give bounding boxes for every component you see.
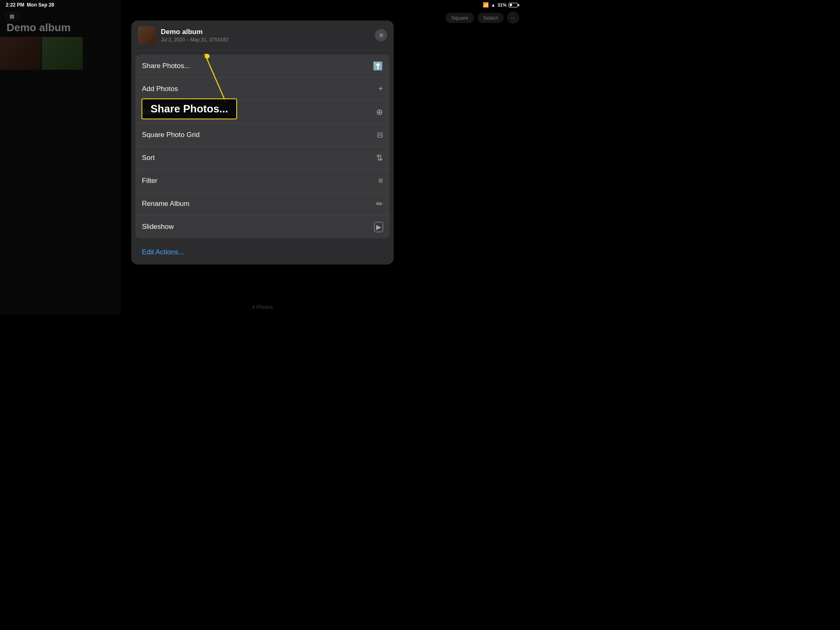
menu-item-share-photos[interactable]: Share Photos... ⬆️ xyxy=(135,55,390,78)
album-thumbnail xyxy=(138,26,156,44)
edit-icon: ✏ xyxy=(376,199,383,209)
battery-percent: 31% xyxy=(498,2,507,7)
menu-item-zoom-in[interactable]: Zoom In ⊕ xyxy=(135,100,390,123)
sheet-header: Demo album Jul 2, 2020 – May 31, 3754183… xyxy=(131,21,394,50)
menu-label-zoom-in: Zoom In xyxy=(142,108,167,116)
menu-item-add-photos[interactable]: Add Photos + xyxy=(135,78,390,100)
menu-label-filter: Filter xyxy=(142,177,158,185)
zoom-in-icon: ⊕ xyxy=(376,107,383,117)
grid-icon: ⊟ xyxy=(377,130,383,139)
signal-icon: ▲ xyxy=(491,2,495,7)
menu-label-sort: Sort xyxy=(142,154,155,162)
filter-icon: ≡ xyxy=(378,176,383,185)
add-icon: + xyxy=(378,84,383,94)
menu-item-rename[interactable]: Rename Album ✏ xyxy=(135,192,390,215)
menu-label-square-grid: Square Photo Grid xyxy=(142,131,200,139)
action-sheet: Demo album Jul 2, 2020 – May 31, 3754183… xyxy=(131,21,394,265)
share-icon: ⬆️ xyxy=(373,61,383,71)
slideshow-icon: ▶ xyxy=(374,222,383,232)
battery-icon xyxy=(509,3,519,7)
menu-label-slideshow: Slideshow xyxy=(142,223,174,231)
menu-list: Share Photos... ⬆️ Add Photos + Zoom In … xyxy=(135,55,390,238)
album-date: Jul 2, 2020 – May 31, 3754183 xyxy=(161,37,228,43)
menu-item-slideshow[interactable]: Slideshow ▶ xyxy=(135,215,390,238)
menu-label-rename: Rename Album xyxy=(142,200,189,208)
menu-label-add-photos: Add Photos xyxy=(142,85,178,93)
status-bar: 2:22 PM Mon Sep 28 📶 ▲ 31% xyxy=(0,0,525,10)
edit-actions-link[interactable]: Edit Actions... xyxy=(131,242,394,265)
wifi-icon: 📶 xyxy=(483,2,489,8)
status-date: Mon Sep 28 xyxy=(27,2,54,8)
menu-item-filter[interactable]: Filter ≡ xyxy=(135,169,390,192)
album-name: Demo album xyxy=(161,28,228,36)
menu-item-square-grid[interactable]: Square Photo Grid ⊟ xyxy=(135,123,390,146)
status-time: 2:22 PM xyxy=(6,2,24,8)
menu-item-sort[interactable]: Sort ⇅ xyxy=(135,146,390,169)
sheet-close-button[interactable]: ✕ xyxy=(375,29,387,41)
sort-icon: ⇅ xyxy=(376,153,383,163)
menu-label-share-photos: Share Photos... xyxy=(142,62,190,70)
